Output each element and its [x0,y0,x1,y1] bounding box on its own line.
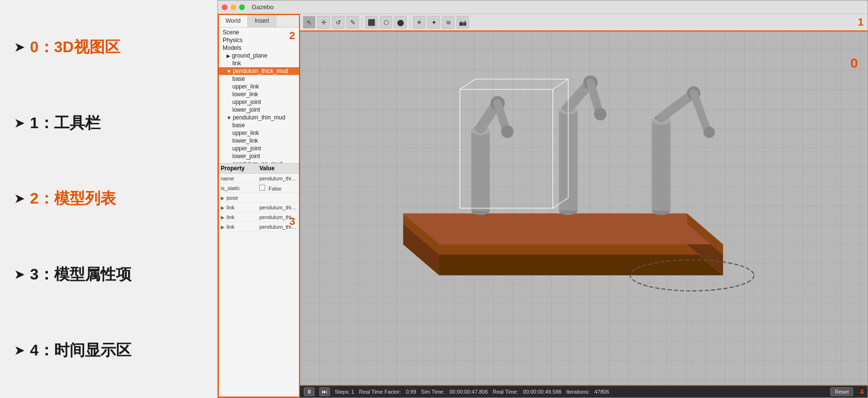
rtf-value: 0.99 [406,389,416,395]
tree-item-ground-link[interactable]: link [219,59,299,67]
tree-item-ground-plane[interactable]: ▶ground_plane [219,52,299,59]
tree-item-ptn-lower-link[interactable]: lower_link [219,137,299,145]
tool-sphere[interactable]: ⬡ [380,16,392,29]
maximize-button[interactable] [239,4,245,10]
prop-row-link2[interactable]: ▶link pendulum_thick... [219,212,299,222]
tool-grid[interactable]: ≋ [442,16,455,29]
annotation-item-0: ➤ 0：3D视图区 [14,37,203,58]
tool-select[interactable]: ↖ [303,16,315,29]
tool-fx[interactable]: ✦ [427,16,440,29]
tree-item-pendulum-thin-mud[interactable]: ▼pendulum_thin_mud [219,114,299,121]
prop-key-is-static: is_static [221,185,259,191]
viewport: ↖ ✛ ↺ ✎ ⬛ ⬡ ⬤ ☀ ✦ ≋ 📷 1 [300,14,868,398]
iterations-value: 47806 [594,389,609,395]
annotation-text-1: 1：工具栏 [30,113,100,134]
prop-key-link1: ▶link [221,205,259,210]
tree-item-ptn-upper-link[interactable]: upper_link [219,129,299,137]
tree-item-ptm-upper-joint[interactable]: upper_joint [219,98,299,106]
status-orange-label: 4 [860,388,864,396]
tree-item-pendulum-thick-mud[interactable]: ▼pendulum_thick_mud [219,67,299,75]
tree-item-ptn-upper-joint[interactable]: upper_joint [219,145,299,152]
tool-light[interactable]: ☀ [413,16,426,29]
annotation-text-2: 2：模型列表 [30,188,116,209]
toolbar-orange-label: 1 [858,16,864,29]
iterations-label: Iterations: [566,389,589,395]
main-row: World Insert 2 Scene Physics Models ▶gro… [218,14,868,398]
sim-time-label: Sim Time: [421,389,445,395]
annotation-item-2: ➤ 2：模型列表 [14,188,203,209]
link1-expand-arrow: ▶ [221,205,225,210]
prop-header: Property Value [219,163,299,174]
tool-cylinder[interactable]: ⬤ [394,16,407,29]
status-bar: ⏸ ⏭ Steps: 1 Real Time Factor: 0.99 Sim … [300,385,868,398]
tree-orange-label: 2 [289,29,295,42]
svg-rect-9 [471,131,490,211]
tree-area[interactable]: 2 Scene Physics Models ▶ground_plane lin… [219,28,299,163]
prop-key-link2: ▶link [221,214,259,220]
title-bar: Gazebo [218,0,868,14]
tree-item-ptn-lower-joint[interactable]: lower_joint [219,152,299,160]
arrow-icon-0: ➤ [14,41,24,54]
svg-point-15 [501,126,514,138]
svg-rect-25 [652,120,670,211]
prop-row-is-static: is_static False [219,183,299,193]
prop-row-link3[interactable]: ▶link pendulum_thick... [219,222,299,232]
link3-expand-arrow: ▶ [221,224,225,230]
tree-item-physics[interactable]: Physics [219,36,299,44]
toolbar-sep-1 [362,17,362,27]
scene-svg [300,31,868,385]
svg-point-31 [703,127,715,138]
prop-row-name: name pendulum_thick... [219,174,299,183]
tool-translate[interactable]: ✛ [317,16,330,29]
prop-row-link1[interactable]: ▶link pendulum_thick... [219,203,299,212]
annotation-text-3: 3：模型属性项 [30,264,131,285]
tree-item-models[interactable]: Models [219,44,299,52]
tree-item-ptm-base[interactable]: base [219,75,299,83]
tool-rotate[interactable]: ↺ [332,16,344,29]
real-time-label: Real Time: [493,389,518,395]
properties-panel: Property Value name pendulum_thick... is… [219,163,299,232]
tree-item-ptm-lower-link[interactable]: lower_link [219,90,299,98]
toolbar: ↖ ✛ ↺ ✎ ⬛ ⬡ ⬤ ☀ ✦ ≋ 📷 1 [300,14,868,31]
tool-camera[interactable]: 📷 [456,16,469,29]
prop-row-pose[interactable]: ▶pose [219,193,299,203]
tab-insert[interactable]: Insert [248,15,276,27]
pause-button[interactable]: ⏸ [304,387,314,396]
real-time-value: 00:00:00:49.588 [523,389,562,395]
tool-box[interactable]: ⬛ [365,16,378,29]
arrow-icon-3: ➤ [14,268,24,281]
sidebar: World Insert 2 Scene Physics Models ▶gro… [218,14,300,398]
annotation-item-3: ➤ 3：模型属性项 [14,264,203,285]
annotation-panel: ➤ 0：3D视图区 ➤ 1：工具栏 ➤ 2：模型列表 ➤ 3：模型属性项 ➤ 4… [0,0,217,398]
gazebo-window: Gazebo World Insert 2 Scene Physics Mode… [217,0,868,398]
tree-item-ptm-lower-joint[interactable]: lower_joint [219,106,299,114]
sim-time-value: 00:00:00:47.806 [450,389,488,395]
prop-key-pose: ▶pose [221,195,259,201]
pose-expand-arrow: ▶ [221,195,225,201]
tab-world[interactable]: World [219,15,248,27]
is-static-checkbox[interactable] [259,185,265,191]
prop-key-name: name [221,176,259,181]
tree-item-ptn-base[interactable]: base [219,121,299,129]
steps-label: Steps: 1 [335,389,354,395]
toolbar-sep-2 [410,17,410,27]
prop-val-link1: pendulum_thick... [259,205,297,210]
link2-expand-arrow: ▶ [221,215,225,220]
scene-area[interactable]: 0 [300,31,868,385]
viewport-orange-label: 0 [850,56,858,71]
tab-bar: World Insert [219,15,299,28]
prop-orange-label: 3 [289,215,295,228]
reset-button[interactable]: Reset [830,387,853,396]
close-button[interactable] [222,4,228,10]
rtf-label: Real Time Factor: [359,389,401,395]
step-button[interactable]: ⏭ [319,387,330,396]
arrow-icon-2: ➤ [14,192,24,206]
prop-val-is-static: False [259,185,297,192]
tree-item-ptm-upper-link[interactable]: upper_link [219,83,299,90]
minimize-button[interactable] [230,4,236,10]
tree-item-scene[interactable]: Scene [219,29,299,36]
window-title: Gazebo [252,3,274,11]
tool-scale[interactable]: ✎ [346,16,359,29]
arrow-icon-1: ➤ [14,117,24,130]
prop-header-col1: Property [221,165,259,172]
